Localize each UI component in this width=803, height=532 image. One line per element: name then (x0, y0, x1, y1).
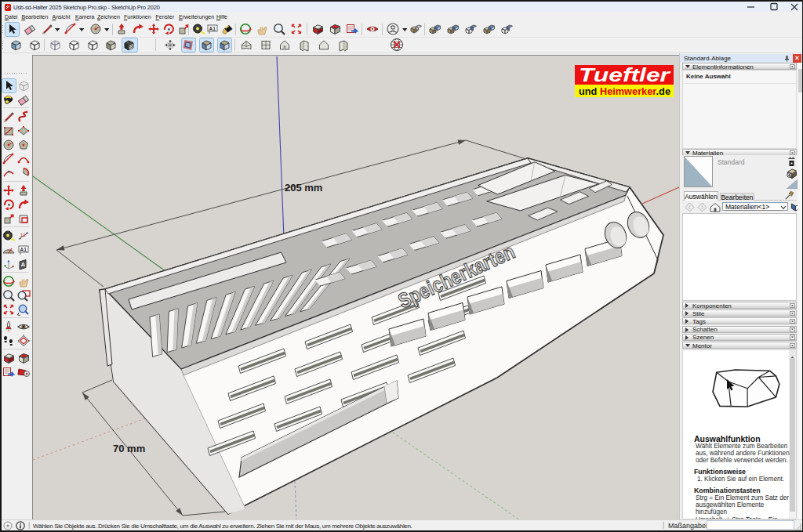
svg-text:A: A (21, 261, 26, 268)
svg-text:12: 12 (20, 233, 26, 237)
svg-text:Tueftler: Tueftler (579, 64, 671, 85)
svg-text:205 mm: 205 mm (285, 182, 322, 194)
svg-text:A1: A1 (20, 247, 27, 252)
svg-text:A1: A1 (209, 26, 216, 31)
svg-text:70 mm: 70 mm (113, 443, 145, 454)
svg-text:und Heimwerker.de: und Heimwerker.de (579, 85, 670, 97)
